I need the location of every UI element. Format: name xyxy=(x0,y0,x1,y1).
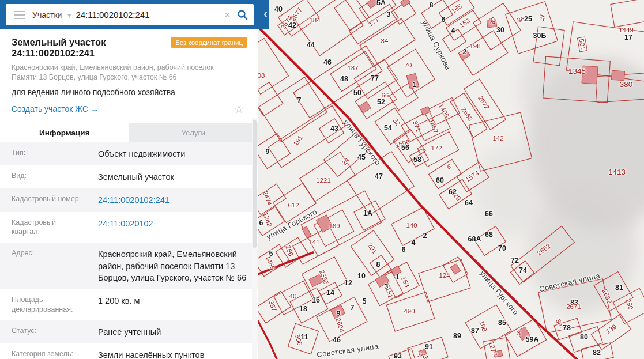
map-canvas[interactable]: 402677267442184445А317134816561534улица … xyxy=(258,0,644,359)
info-row: Вид:Земельный участок xyxy=(0,165,258,188)
search-input[interactable] xyxy=(74,9,219,20)
parcel-number-label: 89 xyxy=(453,332,461,340)
parcel-number-label: 3 xyxy=(385,282,389,290)
street-name-label: улица Гурского xyxy=(342,118,383,167)
info-row-label: Кадастровый номер: xyxy=(0,194,85,206)
parcel-number-label: 5А xyxy=(376,0,386,7)
info-row: Кадастровый номер:24:11:0020102:241 xyxy=(0,188,258,211)
info-row: Площадь декларированная:1 200 кв. м xyxy=(0,289,258,320)
parcel-number-label: 612 xyxy=(288,202,299,209)
parcel-number-label: 2662 xyxy=(536,242,552,256)
parcel-number-label: 7 xyxy=(351,304,355,312)
info-row: Статус:Ранее учтенный xyxy=(0,320,258,343)
parcel-number-label: 187 xyxy=(347,65,358,71)
parcel-number-label: 490 xyxy=(404,308,415,315)
parcel-number-label: 17 xyxy=(624,33,632,41)
chevron-down-icon[interactable]: ▾ xyxy=(67,12,71,20)
parcel-number-label: 9 xyxy=(337,309,341,318)
parcel-number-label: 7 xyxy=(297,96,302,104)
menu-icon[interactable] xyxy=(14,9,25,21)
info-panel: Земельный участок 24:11:0020102:241 Без … xyxy=(0,0,258,359)
parcel-number-label: 08 xyxy=(258,72,265,79)
parcel-number-label: 93 xyxy=(394,352,402,359)
parcel-number-label: 1449 xyxy=(619,27,634,33)
tab-services[interactable]: Услуги xyxy=(129,123,258,142)
parcel-number-label: 58 xyxy=(413,156,421,164)
parcel-number-label: 172 xyxy=(431,145,442,152)
info-row-value: Красноярский край, Емельяновский район, … xyxy=(85,248,249,284)
parcel-number-label: 2629 xyxy=(447,186,462,202)
tab-bar: Информация Услуги xyxy=(0,123,258,142)
parcel-number-label: 6 xyxy=(402,245,406,254)
parcel-number-label: 11 xyxy=(300,333,308,341)
parcel-number-label: 6 xyxy=(442,16,446,24)
parcel-number-label: 14 xyxy=(326,289,334,297)
parcel-number-label: 83 xyxy=(570,298,578,307)
parcel-number-label: 1456 xyxy=(265,255,276,271)
info-row-value: Земельный участок xyxy=(85,171,249,183)
parcel-number-label: 80 xyxy=(580,333,588,341)
parcel-number-label: 169 xyxy=(329,222,340,229)
parcel-number-label: 2 xyxy=(423,232,427,240)
parcel-number-label: 32 xyxy=(391,117,401,127)
street-name-label: улица Гурского xyxy=(478,269,520,316)
parcel-number-label: 290 xyxy=(624,298,634,311)
create-parcel-link[interactable]: Создать участок ЖС → xyxy=(12,104,99,114)
info-row-value-link[interactable]: 24:11:0020102:241 xyxy=(85,194,249,206)
star-outline-icon[interactable]: ☆ xyxy=(234,103,244,116)
parcel-number-label: 198 xyxy=(469,43,480,50)
object-address: Красноярский край, Емельяновский район, … xyxy=(12,63,234,82)
info-table: Тип:Объект недвижимостиВид:Земельный уча… xyxy=(0,142,258,359)
parcel-number-label: 50 xyxy=(353,89,361,97)
parcel-number-label: 1 xyxy=(413,81,417,89)
parcel-number-label: 56 xyxy=(401,143,409,152)
parcel-number-label: 4 xyxy=(412,239,416,247)
panel-scrollbar[interactable] xyxy=(252,118,257,359)
parcel-number-label: 1277 xyxy=(488,341,498,357)
parcel-number-label: 2672 xyxy=(477,95,491,111)
parcel-number-label: 165 xyxy=(450,3,464,15)
parcel-number-label: 387 xyxy=(268,300,278,312)
parcel-number-label: 266 xyxy=(284,244,295,257)
search-icon[interactable] xyxy=(236,9,254,20)
parcel-number-label: 140 xyxy=(406,222,417,229)
search-box: Участки ▾ × xyxy=(6,4,254,25)
parcel-number-label: 74 xyxy=(519,266,527,274)
parcel-number-label: 47 xyxy=(375,172,383,180)
parcel-number-label: 3 xyxy=(387,10,391,18)
parcel-number-label: 45 xyxy=(357,153,366,161)
parcel-number-label: 2674 xyxy=(280,14,294,31)
parcel-number-label: 78 xyxy=(563,324,571,332)
street-name-label: улица Суркова xyxy=(420,18,453,71)
parcel-number-label: 1345 xyxy=(568,67,586,75)
info-row-value: Земли населённых пунктов xyxy=(85,349,249,359)
parcel-number-label: 70 xyxy=(498,244,506,252)
search-category-dropdown[interactable]: Участки xyxy=(32,10,62,20)
parcel-number-label: 1574 xyxy=(464,169,480,183)
tab-information[interactable]: Информация xyxy=(0,123,129,142)
parcel-number-label: 6 xyxy=(447,163,451,170)
clear-search-icon[interactable]: × xyxy=(219,9,236,21)
parcel-number-label: 1467 xyxy=(428,118,440,134)
parcel-number-label: 54 xyxy=(384,124,392,132)
info-row-value: Ранее учтенный xyxy=(85,326,249,338)
info-row-value: Объект недвижимости xyxy=(85,148,249,160)
scrollbar-thumb[interactable] xyxy=(253,120,257,248)
parcel-number-label: 2585 xyxy=(318,269,330,285)
parcel-number-label: 291 xyxy=(367,242,379,255)
parcel-number-label: 40 xyxy=(274,5,283,13)
parcel-number-label: 30 xyxy=(496,26,504,34)
collapse-panel-icon[interactable]: ‹ xyxy=(263,7,268,19)
parcel-number-label: 1282 xyxy=(262,211,273,228)
parcel-number-label: 60 xyxy=(436,176,444,184)
parcel-number-label: 108 xyxy=(478,320,488,332)
parcel-number-label: 380 xyxy=(620,80,633,89)
parcel-number-label: 3 xyxy=(517,330,521,337)
info-row-value-link[interactable]: 24:11:0020102 xyxy=(85,218,249,237)
info-row-label: Тип: xyxy=(0,148,85,160)
parcel-number-label: 18 xyxy=(299,305,307,313)
parcel-number-label: 191 xyxy=(292,134,304,148)
parcel-number-label: 98 xyxy=(488,17,496,25)
street-name-label: Советская улица xyxy=(316,342,379,359)
map-labels: 402677267442184445А317134816561534улица … xyxy=(258,0,644,359)
